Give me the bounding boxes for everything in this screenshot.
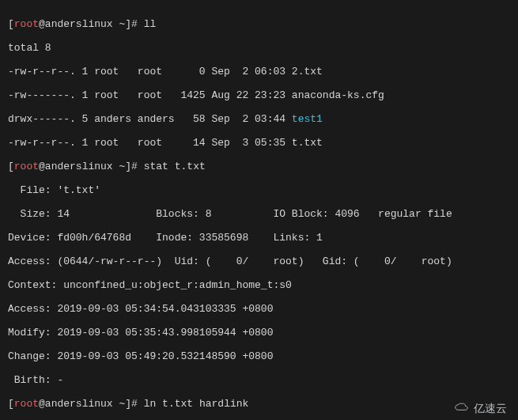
terminal-output[interactable]: [root@anderslinux ~]# ll total 8 -rw-r--… — [0, 0, 518, 420]
prompt-line: [root@anderslinux ~]# stat t.txt — [8, 161, 510, 172]
watermark-text: 亿速云 — [474, 403, 507, 414]
stat-line: Access: 2019-09-03 05:34:54.043103335 +0… — [8, 303, 510, 315]
prompt-line: [root@anderslinux ~]# ll — [8, 18, 510, 30]
stat-line: File: 't.txt' — [8, 184, 510, 196]
output-line: total 8 — [8, 42, 510, 54]
command: stat t.txt — [144, 161, 206, 172]
stat-line: Modify: 2019-09-03 05:35:43.998105944 +0… — [8, 327, 510, 339]
stat-line: Birth: - — [8, 374, 510, 386]
stat-line: Context: unconfined_u:object_r:admin_hom… — [8, 279, 510, 291]
prompt-open: [ — [8, 18, 14, 30]
stat-line: Device: fd00h/64768d Inode: 33585698 Lin… — [8, 232, 510, 244]
file-row: -rw-r--r--. 1 root root 14 Sep 3 05:35 t… — [8, 137, 510, 149]
watermark: 亿速云 — [453, 402, 507, 415]
file-row: -rw-r--r--. 1 root root 0 Sep 2 06:03 2.… — [8, 66, 510, 78]
prompt-close: ]# — [125, 18, 138, 30]
command: ln t.txt hardlink — [144, 398, 249, 410]
cloud-icon — [453, 402, 471, 415]
command: ll — [144, 18, 157, 30]
dir-name: test1 — [292, 113, 323, 125]
stat-line: Change: 2019-09-03 05:49:20.532148590 +0… — [8, 350, 510, 362]
file-row: -rw-------. 1 root root 1425 Aug 22 23:2… — [8, 89, 510, 101]
stat-line: Access: (0644/-rw-r--r--) Uid: ( 0/ root… — [8, 255, 510, 267]
stat-line: Size: 14 Blocks: 8 IO Block: 4096 regula… — [8, 208, 510, 220]
prompt-host: anderslinux — [45, 18, 113, 30]
prompt-at: @ — [39, 18, 45, 30]
file-row: drwx------. 5 anders anders 58 Sep 2 03:… — [8, 113, 510, 125]
prompt-line: [root@anderslinux ~]# ln t.txt hardlink — [8, 398, 510, 410]
prompt-user: root — [14, 18, 39, 30]
